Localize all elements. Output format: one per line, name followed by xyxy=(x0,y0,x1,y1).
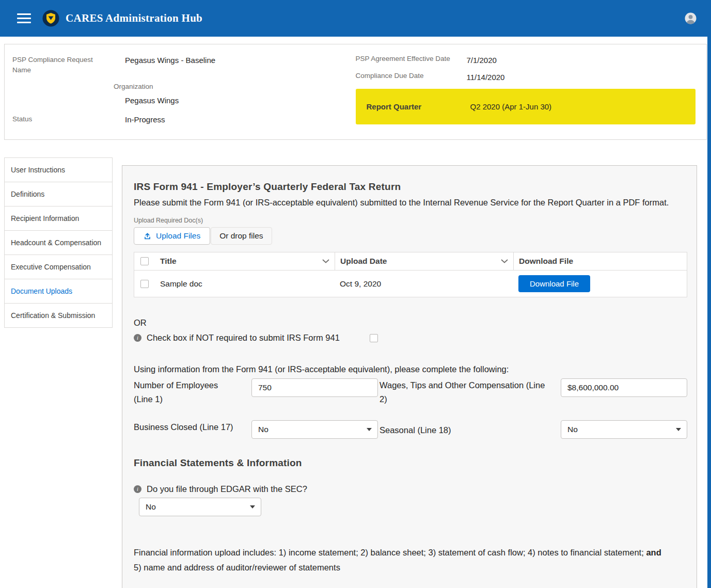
edgar-select[interactable]: No xyxy=(139,498,261,516)
effective-date-label: PSP Agreement Effective Date xyxy=(356,55,467,66)
request-name-value: Pegasus Wings - Baseline xyxy=(125,55,215,75)
select-all-cell xyxy=(134,252,155,270)
organization-value: Pegasus Wings xyxy=(125,95,179,106)
not-required-checkbox[interactable] xyxy=(370,334,378,342)
not-required-label: Check box if NOT required to submit IRS … xyxy=(147,333,340,343)
info-icon[interactable] xyxy=(134,485,141,493)
app-logo-shield-icon xyxy=(42,10,59,27)
sidebar-nav: User Instructions Definitions Recipient … xyxy=(4,157,113,328)
table-header-row: Title Upload Date Download File xyxy=(134,252,687,270)
sidebar-item-recipient-information[interactable]: Recipient Information xyxy=(4,206,113,231)
spacer xyxy=(12,82,125,106)
employees-input[interactable] xyxy=(251,378,378,397)
sidebar-item-user-instructions[interactable]: User Instructions xyxy=(4,157,113,182)
app-title: CARES Administration Hub xyxy=(66,12,202,25)
column-header-title[interactable]: Title xyxy=(155,252,335,270)
upload-files-button[interactable]: Upload Files xyxy=(134,227,210,245)
employees-label: Number of Employees (Line 1) xyxy=(134,378,251,406)
sidebar-item-executive-compensation[interactable]: Executive Compensation xyxy=(4,255,113,279)
seasonal-select[interactable]: No xyxy=(561,420,687,439)
download-file-button[interactable]: Download File xyxy=(518,275,590,292)
drop-files-zone[interactable]: Or drop files xyxy=(211,227,272,245)
row-select-cell xyxy=(134,280,155,288)
column-header-upload-date[interactable]: Upload Date xyxy=(335,252,513,270)
chevron-down-icon[interactable] xyxy=(501,259,508,263)
info-icon[interactable] xyxy=(134,334,141,342)
irs-form-941-description: Please submit the Form 941 (or IRS-accep… xyxy=(134,196,687,210)
sidebar-item-certification-submission[interactable]: Certification & Submission xyxy=(4,303,113,328)
due-date-value: 11/14/2020 xyxy=(467,72,505,83)
upload-files-label: Upload Files xyxy=(156,231,200,241)
report-quarter-label: Report Quarter xyxy=(367,102,470,111)
seasonal-label: Seasonal (Line 18) xyxy=(378,420,561,439)
caret-down-icon xyxy=(367,428,372,431)
table-row: Sample doc Oct 9, 2020 Download File xyxy=(134,270,687,297)
wages-label: Wages, Tips and Other Compensation (Line… xyxy=(378,378,561,406)
upload-icon xyxy=(144,232,151,240)
doc-title-cell: Sample doc xyxy=(155,279,335,289)
status-label: Status xyxy=(12,114,125,125)
effective-date-value: 7/1/2020 xyxy=(467,55,497,66)
financial-upload-note: Financial information upload includes: 1… xyxy=(134,545,671,575)
select-all-checkbox[interactable] xyxy=(140,257,149,265)
vertical-scrollbar[interactable] xyxy=(707,0,711,588)
status-value: In-Progress xyxy=(125,114,165,125)
sidebar-item-definitions[interactable]: Definitions xyxy=(4,182,113,206)
or-separator-text: OR xyxy=(134,318,687,328)
organization-label: Organization xyxy=(114,82,179,92)
document-uploads-panel: IRS Form 941 - Employer’s Quarterly Fede… xyxy=(122,165,697,588)
irs-form-941-heading: IRS Form 941 - Employer’s Quarterly Fede… xyxy=(134,181,687,193)
upload-required-docs-label: Upload Required Doc(s) xyxy=(134,217,687,224)
chevron-down-icon[interactable] xyxy=(322,259,329,263)
business-closed-label: Business Closed (Line 17) xyxy=(134,420,251,439)
financial-statements-heading: Financial Statements & Information xyxy=(134,457,687,469)
business-closed-select[interactable]: No xyxy=(251,420,378,439)
caret-down-icon xyxy=(250,505,255,508)
edgar-question-label: Do you file through EDGAR with the SEC? xyxy=(147,484,307,494)
form-941-instructions: Using information from the Form 941 (or … xyxy=(134,364,687,374)
user-avatar-icon[interactable] xyxy=(685,12,697,24)
app-header: CARES Administration Hub xyxy=(0,0,711,37)
uploaded-docs-table: Title Upload Date Download File Sample d… xyxy=(134,252,687,297)
sidebar-item-document-uploads[interactable]: Document Uploads xyxy=(4,279,113,304)
menu-icon[interactable] xyxy=(17,13,31,23)
report-quarter-highlight: Report Quarter Q2 2020 (Apr 1-Jun 30) xyxy=(356,89,696,124)
doc-upload-date-cell: Oct 9, 2020 xyxy=(335,279,513,289)
drop-files-label: Or drop files xyxy=(219,231,263,241)
sidebar-item-headcount-compensation[interactable]: Headcount & Compensation xyxy=(4,230,113,255)
compliance-summary-panel: PSP Compliance Request Name Pegasus Wing… xyxy=(4,44,707,140)
wages-input[interactable] xyxy=(561,378,687,397)
caret-down-icon xyxy=(676,428,681,431)
report-quarter-value: Q2 2020 (Apr 1-Jun 30) xyxy=(470,102,552,111)
request-name-label: PSP Compliance Request Name xyxy=(12,55,125,75)
column-header-download-file: Download File xyxy=(513,252,687,270)
due-date-label: Compliance Due Date xyxy=(356,72,467,83)
row-checkbox[interactable] xyxy=(140,280,149,288)
